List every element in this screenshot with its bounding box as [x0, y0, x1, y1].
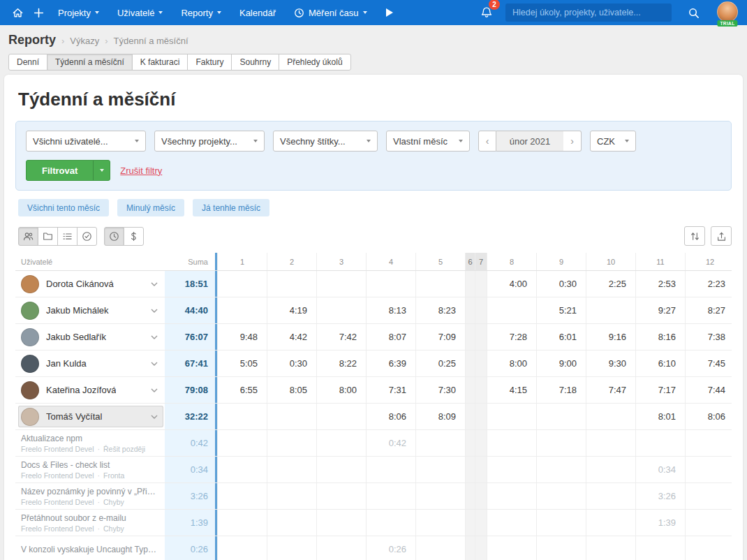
day-column-header: 6	[465, 253, 475, 270]
chevron-down-icon[interactable]	[151, 282, 158, 286]
filter-select-vsechny-projekty[interactable]: Všechny projekty...	[154, 131, 265, 152]
day-column-header: 1	[217, 253, 267, 270]
export-button[interactable]	[711, 226, 732, 246]
currency-select[interactable]: CZK	[590, 131, 636, 152]
day-column-header: 5	[415, 253, 465, 270]
day-cell: 9:16	[586, 324, 635, 350]
task-row[interactable]: Aktualizace npm Freelo Frontend DevelŘeš…	[15, 430, 732, 457]
user-menu[interactable]: TRIAL	[715, 0, 740, 25]
task-cell[interactable]: Docs & Files - check list Freelo Fronten…	[15, 457, 165, 482]
chevron-down-icon[interactable]	[151, 415, 158, 419]
filter-select-vsichni-uzivatele[interactable]: Všichni uživatelé...	[26, 131, 146, 152]
task-status[interactable]: Fronta	[103, 471, 124, 480]
tab-faktury[interactable]: Faktury	[187, 54, 232, 71]
task-row[interactable]: Přetáhnout soubor z e-mailu Freelo Front…	[15, 510, 732, 536]
notifications-button[interactable]: 2	[479, 4, 494, 21]
task-cell[interactable]: V konzoli vyskakuje Uncaught TypeEr...	[15, 536, 165, 560]
user-row[interactable]: Tomáš Vyčítal 32:22 8:068:098:018:06	[15, 404, 732, 430]
day-cell: 7:45	[685, 351, 732, 376]
task-row[interactable]: Docs & Files - check list Freelo Fronten…	[15, 457, 732, 483]
breadcrumb-root[interactable]: Reporty	[8, 33, 56, 47]
user-cell[interactable]: Dorota Cikánová	[15, 271, 165, 297]
nav-item-kalendar[interactable]: Kalendář	[230, 0, 285, 25]
day-cell	[487, 510, 536, 536]
chevron-down-icon[interactable]	[151, 335, 158, 339]
task-title[interactable]: V konzoli vyskakuje Uncaught TypeEr...	[21, 545, 159, 554]
day-cell	[586, 536, 635, 560]
user-cell[interactable]: Jakub Michálek	[15, 297, 165, 323]
suma-cell: 1:39	[165, 510, 215, 536]
filter-select-vlastni-mesic[interactable]: Vlastní měsíc	[386, 131, 470, 152]
prev-month-button[interactable]: ‹	[478, 131, 496, 152]
user-row[interactable]: Jan Kulda 67:41 5:050:308:226:390:258:00…	[15, 351, 732, 377]
users-group-button[interactable]	[18, 227, 38, 246]
task-title[interactable]: Přetáhnout soubor z e-mailu	[21, 513, 159, 523]
user-row[interactable]: Kateřina Jozífová 79:08 6:558:058:007:31…	[15, 377, 732, 404]
dollar-display-button[interactable]	[124, 227, 144, 246]
tab-denni[interactable]: Denní	[8, 54, 47, 71]
day-cell: 7:17	[635, 377, 685, 403]
task-status[interactable]: Chyby	[103, 498, 124, 506]
task-project[interactable]: Freelo Frontend Devel	[21, 445, 94, 453]
day-cell	[267, 271, 316, 297]
task-title[interactable]: Název poznámky je povinný v „Přidat ...	[21, 487, 159, 496]
task-status[interactable]: Chyby	[103, 524, 124, 533]
task-cell[interactable]: Název poznámky je povinný v „Přidat ... …	[15, 483, 165, 509]
nav-item-uzivatele[interactable]: Uživatelé	[108, 0, 172, 25]
chevron-down-icon[interactable]	[151, 388, 158, 392]
quick-filter-vsichni-tento-mesic[interactable]: Všichni tento měsíc	[18, 199, 109, 216]
report-table: Uživatelé Suma 123456789101112 Dorota Ci…	[15, 253, 732, 560]
sort-button[interactable]	[684, 226, 705, 246]
home-button[interactable]	[7, 0, 28, 25]
breadcrumb-item[interactable]: Výkazy	[61, 36, 99, 46]
task-project[interactable]: Freelo Frontend Devel	[21, 524, 94, 533]
play-timer-button[interactable]	[379, 0, 400, 25]
filter-apply-button[interactable]: Filtrovat	[26, 160, 110, 181]
check-group-button[interactable]	[77, 227, 97, 246]
day-cell: 8:00	[487, 351, 536, 376]
search-input[interactable]: Hledej úkoly, projekty, uživatele...	[505, 3, 672, 22]
chevron-down-icon[interactable]	[151, 362, 158, 366]
user-row[interactable]: Jakub Sedlařík 76:07 9:484:427:428:077:0…	[15, 324, 732, 351]
task-title[interactable]: Aktualizace npm	[21, 434, 159, 443]
top-nav: Projekty Uživatelé Reporty Kalendář Měře…	[0, 0, 747, 25]
task-row[interactable]: Název poznámky je povinný v „Přidat ... …	[15, 483, 732, 510]
caret-down-icon	[217, 11, 221, 14]
tab-k-fakturaci[interactable]: K fakturaci	[132, 54, 188, 71]
user-cell[interactable]: Jan Kulda	[15, 351, 165, 376]
tab-souhrny[interactable]: Souhrny	[231, 54, 279, 71]
filter-split-caret[interactable]	[93, 161, 110, 180]
user-cell[interactable]: Kateřina Jozífová	[15, 377, 165, 403]
day-cell	[267, 457, 316, 482]
task-status[interactable]: Řešit později	[103, 445, 145, 453]
user-cell[interactable]: Tomáš Vyčítal	[15, 404, 165, 429]
folder-group-button[interactable]	[38, 227, 58, 246]
tab-tydenni-a-mesicni[interactable]: Týdenní a měsíční	[47, 54, 133, 71]
list-icon	[62, 231, 73, 242]
next-month-button[interactable]: ›	[563, 131, 582, 152]
chevron-down-icon	[100, 169, 104, 172]
day-cell	[487, 297, 536, 323]
task-cell[interactable]: Přetáhnout soubor z e-mailu Freelo Front…	[15, 510, 165, 536]
search-button[interactable]	[683, 0, 704, 25]
tab-prehledy-ukolu[interactable]: Přehledy úkolů	[279, 54, 350, 71]
task-cell[interactable]: Aktualizace npm Freelo Frontend DevelŘeš…	[15, 430, 165, 456]
filter-select-vsechny-stitky[interactable]: Všechny štítky...	[273, 131, 378, 152]
user-row[interactable]: Dorota Cikánová 18:51 4:000:302:252:532:…	[15, 271, 732, 297]
task-title[interactable]: Docs & Files - check list	[21, 460, 159, 470]
clock-display-button[interactable]	[104, 227, 124, 246]
user-row[interactable]: Jakub Michálek 44:40 4:198:138:235:219:2…	[15, 297, 732, 324]
nav-item-projekty[interactable]: Projekty	[49, 0, 108, 25]
nav-item-mereni-casu[interactable]: Měření času	[285, 0, 376, 25]
reset-filters-link[interactable]: Zrušit filtry	[120, 165, 162, 176]
quick-filter-ja-tenhle-mesic[interactable]: Já tenhle měsíc	[193, 199, 269, 216]
quick-filter-minuly-mesic[interactable]: Minulý měsíc	[117, 199, 184, 216]
add-button[interactable]	[28, 0, 49, 25]
task-row[interactable]: V konzoli vyskakuje Uncaught TypeEr... 0…	[15, 536, 732, 560]
chevron-down-icon[interactable]	[151, 309, 158, 313]
user-cell[interactable]: Jakub Sedlařík	[15, 324, 165, 350]
list-group-button[interactable]	[57, 227, 77, 246]
task-project[interactable]: Freelo Frontend Devel	[21, 471, 94, 480]
task-project[interactable]: Freelo Frontend Devel	[21, 498, 94, 506]
nav-item-reporty[interactable]: Reporty	[172, 0, 230, 25]
